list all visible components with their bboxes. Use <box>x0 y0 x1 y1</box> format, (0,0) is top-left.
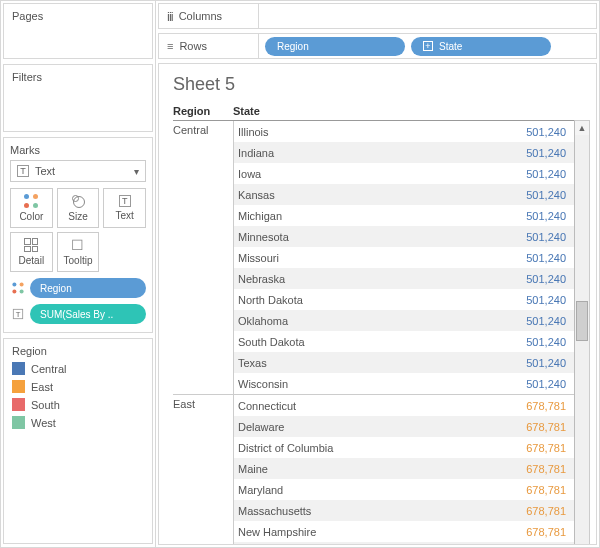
value-cell: 501,240 <box>514 147 574 159</box>
left-sidebar: Pages Filters Marks T Text ▾ Color <box>1 1 155 547</box>
marks-text-button[interactable]: T Text <box>103 188 146 228</box>
table-row[interactable]: Iowa501,240 <box>234 163 574 184</box>
scroll-up-arrow[interactable]: ▲ <box>575 121 589 135</box>
value-cell: 501,240 <box>514 210 574 222</box>
text-icon: T <box>119 195 131 207</box>
header-region[interactable]: Region <box>173 105 233 117</box>
legend-item[interactable]: East <box>12 380 144 393</box>
marks-card: Marks T Text ▾ Color Size T <box>3 137 153 333</box>
text-icon: T <box>17 165 29 177</box>
state-cell: Nebraska <box>234 273 514 285</box>
marks-pill-region[interactable]: Region <box>10 278 146 298</box>
region-cell[interactable]: Central <box>173 121 233 394</box>
rows-shelf[interactable]: ≡ Rows Region + State <box>158 33 597 59</box>
legend-swatch <box>12 416 25 429</box>
tooltip-icon: ☐ <box>71 238 84 252</box>
rows-icon: ≡ <box>167 40 173 52</box>
header-state[interactable]: State <box>233 105 514 117</box>
vertical-scrollbar[interactable]: ▲ ▼ <box>574 120 590 545</box>
value-cell: 501,240 <box>514 294 574 306</box>
table-row[interactable]: New Jersey678,781 <box>234 542 574 545</box>
worksheet-main: iii Columns ≡ Rows Region + State Sheet … <box>155 1 599 547</box>
marks-label: Marks <box>10 144 146 156</box>
table-row[interactable]: Wisconsin501,240 <box>234 373 574 394</box>
columns-icon: iii <box>167 9 173 24</box>
expand-icon[interactable]: + <box>423 41 433 51</box>
value-cell: 501,240 <box>514 315 574 327</box>
pill-sum-sales[interactable]: SUM(Sales By .. <box>30 304 146 324</box>
state-cell: Iowa <box>234 168 514 180</box>
color-legend: Region CentralEastSouthWest <box>3 338 153 544</box>
table-row[interactable]: Massachusetts678,781 <box>234 500 574 521</box>
state-cell: Illinois <box>234 126 514 138</box>
columns-shelf[interactable]: iii Columns <box>158 3 597 29</box>
state-cell: Maine <box>234 463 514 475</box>
rows-label: Rows <box>179 40 207 52</box>
size-icon <box>71 194 85 208</box>
rows-pill-state[interactable]: + State <box>411 37 551 56</box>
marks-type-dropdown[interactable]: T Text ▾ <box>10 160 146 182</box>
legend-swatch <box>12 362 25 375</box>
state-cell: South Dakota <box>234 336 514 348</box>
rows-pill-region[interactable]: Region <box>265 37 405 56</box>
pages-shelf[interactable]: Pages <box>3 3 153 59</box>
state-cell: Minnesota <box>234 231 514 243</box>
state-cell: Delaware <box>234 421 514 433</box>
value-cell: 501,240 <box>514 357 574 369</box>
value-cell: 501,240 <box>514 231 574 243</box>
marks-grid: Color Size T Text <box>10 188 146 228</box>
table-row[interactable]: New Hampshire678,781 <box>234 521 574 542</box>
state-cell: Kansas <box>234 189 514 201</box>
table-row[interactable]: Missouri501,240 <box>234 247 574 268</box>
table-row[interactable]: Kansas501,240 <box>234 184 574 205</box>
value-cell: 678,781 <box>514 421 574 433</box>
legend-item[interactable]: Central <box>12 362 144 375</box>
legend-label: Central <box>31 363 66 375</box>
table-row[interactable]: Nebraska501,240 <box>234 268 574 289</box>
value-cell: 501,240 <box>514 168 574 180</box>
state-cell: Wisconsin <box>234 378 514 390</box>
table-row[interactable]: North Dakota501,240 <box>234 289 574 310</box>
sheet-title[interactable]: Sheet 5 <box>173 74 590 95</box>
state-cell: Indiana <box>234 147 514 159</box>
table-row[interactable]: Illinois501,240 <box>234 121 574 142</box>
pill-region[interactable]: Region <box>30 278 146 298</box>
legend-item[interactable]: South <box>12 398 144 411</box>
table-row[interactable]: Indiana501,240 <box>234 142 574 163</box>
marks-tooltip-button[interactable]: ☐ Tooltip <box>57 232 100 272</box>
state-cell: Maryland <box>234 484 514 496</box>
chevron-down-icon: ▾ <box>134 166 139 177</box>
table-header: Region State <box>173 105 590 120</box>
value-cell: 501,240 <box>514 252 574 264</box>
legend-label: East <box>31 381 53 393</box>
marks-color-button[interactable]: Color <box>10 188 53 228</box>
scroll-thumb[interactable] <box>576 301 588 341</box>
table-row[interactable]: Michigan501,240 <box>234 205 574 226</box>
table-row[interactable]: Maine678,781 <box>234 458 574 479</box>
value-cell: 678,781 <box>514 526 574 538</box>
value-cell: 678,781 <box>514 505 574 517</box>
region-cell[interactable]: East <box>173 395 233 545</box>
filters-shelf[interactable]: Filters <box>3 64 153 132</box>
text-icon: T <box>13 309 23 319</box>
marks-size-button[interactable]: Size <box>57 188 100 228</box>
table-row[interactable]: South Dakota501,240 <box>234 331 574 352</box>
table-row[interactable]: District of Columbia678,781 <box>234 437 574 458</box>
table-row[interactable]: Maryland678,781 <box>234 479 574 500</box>
filters-label: Filters <box>12 71 144 83</box>
marks-pill-sum[interactable]: T SUM(Sales By .. <box>10 304 146 324</box>
table-row[interactable]: Connecticut678,781 <box>234 395 574 416</box>
table-row[interactable]: Delaware678,781 <box>234 416 574 437</box>
columns-label: Columns <box>179 10 222 22</box>
legend-item[interactable]: West <box>12 416 144 429</box>
state-cell: New Hampshire <box>234 526 514 538</box>
marks-type-label: Text <box>35 165 55 177</box>
table-row[interactable]: Oklahoma501,240 <box>234 310 574 331</box>
state-cell: Oklahoma <box>234 315 514 327</box>
state-cell: North Dakota <box>234 294 514 306</box>
legend-label: South <box>31 399 60 411</box>
legend-swatch <box>12 398 25 411</box>
table-row[interactable]: Minnesota501,240 <box>234 226 574 247</box>
table-row[interactable]: Texas501,240 <box>234 352 574 373</box>
marks-detail-button[interactable]: Detail <box>10 232 53 272</box>
